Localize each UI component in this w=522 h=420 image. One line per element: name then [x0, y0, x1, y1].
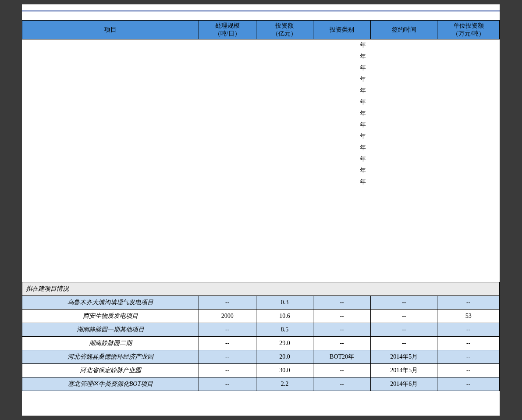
middle-gap [22, 188, 500, 282]
table-row: 西安生物质发电项目 2000 10.6 -- -- 53 [22, 310, 500, 323]
obscured-nian: 年 [313, 108, 371, 119]
cell-unit: -- [437, 350, 500, 364]
obscured-nian: 年 [313, 62, 371, 74]
table-row: 塞北管理区牛粪资源化BOT项目 -- 2.2 -- 2014年6月 -- [22, 377, 500, 391]
cell-project: 西安生物质发电项目 [22, 310, 199, 323]
cell-project: 河北省魏县桑德循环经济产业园 [22, 350, 199, 364]
cell-project: 乌鲁木齐大浦沟填埋气发电项目 [22, 296, 199, 310]
header-project: 项目 [22, 21, 199, 39]
cell-project: 塞北管理区牛粪资源化BOT项目 [22, 377, 199, 391]
table-header-row: 项目 处理规模 （吨/日） 投资额 （亿元） 投资类别 签约时间 单位投资额 （… [22, 21, 500, 39]
obscured-nian: 年 [313, 176, 371, 188]
obscured-nian: 年 [313, 119, 371, 131]
header-scale-line1: 处理规模 [215, 22, 240, 29]
cell-unit: -- [437, 364, 500, 377]
cell-investment: 30.0 [256, 364, 313, 377]
section2-table: 拟在建项目情况 乌鲁木齐大浦沟填埋气发电项目 -- 0.3 -- -- -- 西… [22, 282, 500, 391]
cell-unit: -- [437, 337, 500, 350]
cell-investment: 10.6 [256, 310, 313, 323]
header-type: 投资类别 [313, 21, 371, 39]
cell-type: -- [313, 364, 371, 377]
header-investment: 投资额 （亿元） [256, 21, 313, 39]
section2-title: 拟在建项目情况 [22, 282, 500, 296]
cell-type: -- [313, 377, 371, 391]
cell-unit: -- [437, 323, 500, 337]
cell-investment: 2.2 [256, 377, 313, 391]
cell-scale: -- [199, 337, 256, 350]
obscured-nian: 年 [313, 142, 371, 153]
cell-date: -- [370, 296, 437, 310]
cell-scale: -- [199, 364, 256, 377]
cell-scale: 2000 [199, 310, 256, 323]
cell-type: -- [313, 337, 371, 350]
cell-type: BOT20年 [313, 350, 371, 364]
cell-date: -- [370, 310, 437, 323]
cell-project: 河北省保定静脉产业园 [22, 364, 199, 377]
document-page: 项目 处理规模 （吨/日） 投资额 （亿元） 投资类别 签约时间 单位投资额 （… [22, 4, 500, 416]
cell-date: 2014年5月 [370, 350, 437, 364]
header-unit-investment: 单位投资额 （万元/吨） [437, 21, 500, 39]
header-date: 签约时间 [370, 21, 437, 39]
obscured-nian: 年 [313, 51, 371, 62]
top-table-section: 项目 处理规模 （吨/日） 投资额 （亿元） 投资类别 签约时间 单位投资额 （… [22, 20, 500, 188]
header-scale: 处理规模 （吨/日） [199, 21, 256, 39]
cell-investment: 8.5 [256, 323, 313, 337]
obscured-nian: 年 [313, 131, 371, 142]
cell-unit: 53 [437, 310, 500, 323]
cell-project: 湖南静脉园二期 [22, 337, 199, 350]
obscured-nian: 年 [313, 85, 371, 96]
cell-type: -- [313, 296, 371, 310]
table-row: 河北省保定静脉产业园 -- 30.0 -- 2014年5月 -- [22, 364, 500, 377]
cell-date: 2014年6月 [370, 377, 437, 391]
cell-type: -- [313, 310, 371, 323]
cell-scale: -- [199, 296, 256, 310]
main-table: 项目 处理规模 （吨/日） 投资额 （亿元） 投资类别 签约时间 单位投资额 （… [22, 20, 500, 188]
obscured-nian: 年 [313, 96, 371, 108]
table-row: 湖南静脉园一期其他项目 -- 8.5 -- -- -- [22, 323, 500, 337]
header-unit-line1: 单位投资额 [453, 22, 484, 29]
cell-date: -- [370, 323, 437, 337]
table-row: 湖南静脉园二期 -- 29.0 -- -- -- [22, 337, 500, 350]
cell-scale: -- [199, 323, 256, 337]
cell-date: -- [370, 337, 437, 350]
cell-scale: -- [199, 350, 256, 364]
cell-type: -- [313, 323, 371, 337]
cell-unit: -- [437, 377, 500, 391]
cell-date: 2014年5月 [370, 364, 437, 377]
obscured-nian: 年 [313, 153, 371, 165]
top-rule [22, 11, 500, 11]
header-investment-line2: （亿元） [272, 30, 297, 37]
header-investment-line1: 投资额 [275, 22, 294, 29]
cell-investment: 20.0 [256, 350, 313, 364]
cell-unit: -- [437, 296, 500, 310]
obscured-nian: 年 [313, 165, 371, 176]
cell-project: 湖南静脉园一期其他项目 [22, 323, 199, 337]
obscured-rows-body: 年 年 年 年 年 年 年 年 年 年 年 年 年 [22, 39, 500, 188]
table-row: 乌鲁木齐大浦沟填埋气发电项目 -- 0.3 -- -- -- [22, 296, 500, 310]
header-scale-line2: （吨/日） [214, 30, 241, 37]
cell-scale: -- [199, 377, 256, 391]
cell-investment: 0.3 [256, 296, 313, 310]
table-row: 河北省魏县桑德循环经济产业园 -- 20.0 BOT20年 2014年5月 -- [22, 350, 500, 364]
header-unit-line2: （万元/吨） [452, 30, 485, 37]
obscured-nian: 年 [313, 74, 371, 85]
obscured-nian: 年 [313, 39, 371, 51]
section2-header-row: 拟在建项目情况 [22, 282, 500, 296]
cell-investment: 29.0 [256, 337, 313, 350]
